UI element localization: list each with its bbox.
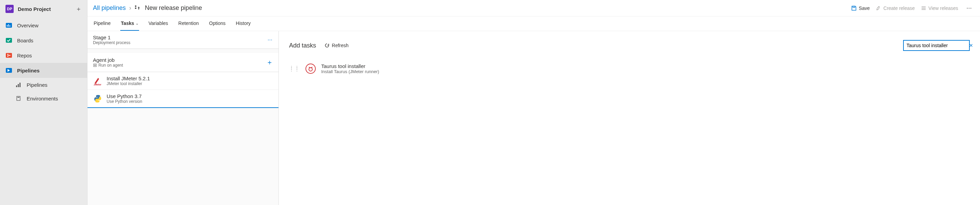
save-label: Save (859, 5, 870, 11)
save-button[interactable]: Save (851, 5, 870, 11)
task-title: Install JMeter 5.2.1 (107, 76, 150, 81)
svg-rect-11 (18, 84, 19, 87)
tab-tasks[interactable]: Tasks ⌄ (120, 16, 139, 31)
task-search-input[interactable] (904, 41, 969, 50)
project-badge: DP (5, 5, 14, 13)
task-title: Use Python 3.7 (107, 93, 142, 99)
svg-rect-16 (135, 8, 136, 9)
svg-rect-1 (7, 25, 8, 27)
tab-options[interactable]: Options (208, 16, 226, 31)
taurus-icon (305, 64, 316, 74)
result-subtitle: Install Taurus (JMeter runner) (321, 69, 379, 74)
svg-rect-17 (853, 6, 855, 8)
page-title: New release pipeline (145, 5, 202, 12)
new-project-button[interactable]: ＋ (75, 5, 82, 13)
drag-handle-icon[interactable]: ⋮⋮⋮⋮ (289, 67, 300, 70)
more-actions-button[interactable]: ⋯ (964, 5, 975, 11)
sidebar-subitem-environments[interactable]: Environments (0, 92, 87, 105)
sidebar-item-repos[interactable]: Repos (0, 48, 87, 63)
stage-title: Stage 1 (93, 35, 267, 40)
refresh-label: Refresh (332, 43, 348, 48)
sidebar-subitem-pipelines[interactable]: Pipelines (0, 78, 87, 92)
environments-icon (15, 95, 22, 102)
view-releases-button: View releases (921, 5, 958, 11)
stage-header[interactable]: Stage 1 Deployment process ⋯ (88, 31, 278, 49)
sidebar-label: Pipelines (27, 82, 48, 88)
pipeline-sub-icon (15, 81, 22, 88)
add-tasks-title: Add tasks (289, 42, 316, 49)
tab-pipeline[interactable]: Pipeline (93, 16, 111, 31)
svg-rect-18 (94, 64, 96, 65)
view-releases-label: View releases (928, 5, 958, 11)
sidebar-item-overview[interactable]: Overview (0, 18, 87, 33)
task-subtitle: JMeter tool installer (107, 81, 150, 86)
add-tasks-panel: Add tasks Refresh ✕ ⋮⋮⋮⋮ (279, 31, 980, 205)
svg-rect-3 (10, 25, 10, 27)
refresh-button[interactable]: Refresh (324, 43, 348, 48)
tab-variables[interactable]: Variables (148, 16, 169, 31)
overview-icon (5, 22, 12, 29)
task-list-item[interactable]: JMeter Install JMeter 5.2.1 JMeter tool … (88, 72, 278, 90)
job-title: Agent job (93, 57, 266, 63)
toolbar: Save Create release View releases ⋯ (851, 5, 975, 11)
stage-subtitle: Deployment process (93, 40, 267, 45)
svg-rect-19 (94, 65, 96, 67)
result-title: Taurus tool installer (321, 63, 379, 69)
task-search-box[interactable]: ✕ (903, 40, 970, 51)
refresh-icon (324, 43, 330, 48)
sidebar-label: Overview (17, 22, 38, 29)
nav-sidebar: DP Demo Project ＋ Overview Boards Repos … (0, 0, 88, 205)
add-task-button[interactable]: ＋ (266, 58, 273, 67)
repos-icon (5, 52, 12, 59)
clear-search-button[interactable]: ✕ (969, 43, 973, 48)
chevron-down-icon: ⌄ (136, 22, 138, 25)
server-icon (93, 63, 97, 67)
sidebar-label: Repos (17, 52, 32, 59)
stage-more-button[interactable]: ⋯ (267, 37, 273, 43)
job-header[interactable]: Agent job Run on agent ＋ (88, 53, 278, 72)
list-icon (921, 5, 926, 11)
create-release-button: Create release (876, 5, 915, 11)
save-icon (851, 5, 857, 11)
project-name: Demo Project (18, 6, 75, 12)
boards-icon (5, 37, 12, 44)
python-icon (93, 94, 102, 103)
details-header: Add tasks Refresh ✕ (289, 40, 970, 51)
main-area: All pipelines › New release pipeline Sav… (88, 0, 980, 205)
create-release-label: Create release (883, 5, 915, 11)
sidebar-item-boards[interactable]: Boards (0, 33, 87, 48)
tab-history[interactable]: History (235, 16, 251, 31)
breadcrumb-separator: › (129, 5, 131, 12)
pipeline-rocket-icon (135, 5, 142, 12)
task-list-panel: Stage 1 Deployment process ⋯ Agent job R… (88, 31, 279, 205)
svg-rect-10 (16, 86, 17, 87)
task-subtitle: Use Python version (107, 99, 142, 104)
breadcrumb-root-link[interactable]: All pipelines (93, 5, 126, 12)
svg-rect-15 (135, 5, 136, 7)
project-header[interactable]: DP Demo Project ＋ (0, 0, 87, 18)
tab-retention[interactable]: Retention (178, 16, 200, 31)
content-area: Stage 1 Deployment process ⋯ Agent job R… (88, 31, 980, 205)
pipelines-icon (5, 67, 12, 74)
tab-label: Tasks (121, 21, 134, 26)
svg-text:JMeter: JMeter (94, 83, 102, 86)
svg-rect-14 (18, 97, 19, 98)
sidebar-item-pipelines[interactable]: Pipelines (0, 63, 87, 78)
svg-point-21 (309, 68, 312, 71)
svg-rect-2 (8, 24, 9, 27)
sidebar-label: Boards (17, 38, 33, 43)
job-subtitle: Run on agent (93, 63, 266, 68)
sidebar-label: Environments (27, 96, 58, 102)
search-result-item[interactable]: ⋮⋮⋮⋮ Taurus tool installer Install Tauru… (289, 61, 970, 76)
rocket-icon (876, 5, 881, 11)
svg-rect-12 (19, 83, 21, 87)
page-header: All pipelines › New release pipeline Sav… (88, 0, 980, 16)
task-list-item[interactable]: Use Python 3.7 Use Python version (88, 90, 278, 108)
breadcrumb: All pipelines › New release pipeline (93, 5, 202, 12)
svg-rect-13 (17, 96, 20, 100)
tab-bar: Pipeline Tasks ⌄ Variables Retention Opt… (88, 16, 980, 31)
jmeter-icon: JMeter (93, 76, 102, 86)
sidebar-label: Pipelines (17, 68, 40, 73)
